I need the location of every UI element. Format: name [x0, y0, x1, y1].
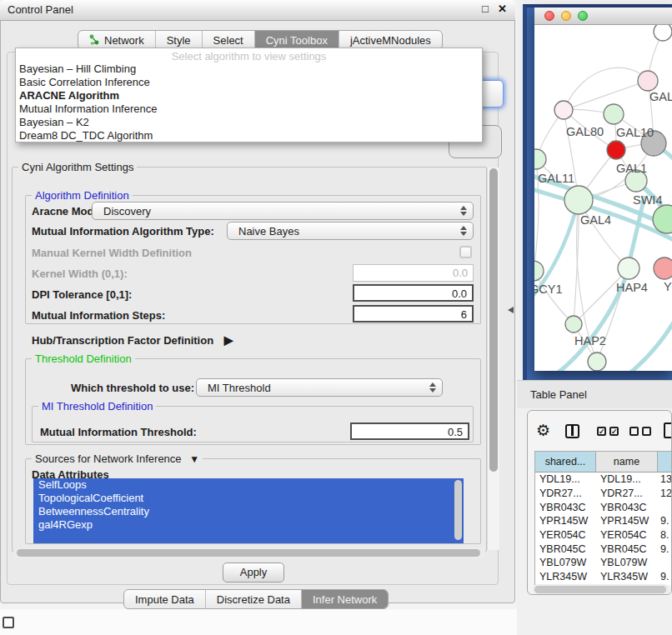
column-header[interactable]: name: [596, 452, 658, 472]
dpi-tolerance-label: DPI Tolerance [0,1]:: [32, 288, 132, 301]
which-threshold-label: Which threshold to use:: [71, 382, 194, 394]
node-label: GAL1: [616, 162, 647, 175]
network-window-titlebar: [534, 8, 672, 25]
tab-label: Discretize Data: [217, 593, 290, 606]
mouse-cursor: [508, 307, 514, 313]
node-table: shared... name A YDL19... YDL19... 13 YD…: [534, 451, 672, 585]
node[interactable]: [534, 149, 546, 169]
table-horizontal-scrollbar[interactable]: [533, 584, 669, 594]
tab-style[interactable]: Style: [156, 31, 203, 49]
column-header[interactable]: shared...: [535, 452, 596, 472]
gear-icon[interactable]: ⚙: [536, 421, 550, 440]
checked-box-icon[interactable]: ✓: [597, 427, 606, 436]
algorithm-option[interactable]: Basic Correlation Inference: [16, 76, 482, 89]
kernel-width-field[interactable]: 0.0: [353, 264, 474, 282]
algorithm-option[interactable]: Bayesian – Hill Climbing: [16, 62, 482, 76]
node-label: GAL10: [616, 126, 654, 139]
which-threshold-select[interactable]: MI Threshold: [196, 378, 443, 397]
scrollbar-thumb[interactable]: [534, 586, 666, 593]
node[interactable]: [607, 141, 625, 159]
mi-threshold-field[interactable]: 0.5: [350, 422, 469, 440]
tab-cyni-toolbox[interactable]: Cyni Toolbox: [255, 31, 339, 49]
table-row[interactable]: YLR345W YLR345W 9.: [535, 570, 672, 584]
traffic-light-zoom-icon[interactable]: [578, 11, 588, 21]
mi-type-select[interactable]: Naive Bayes: [227, 222, 474, 240]
node[interactable]: [654, 258, 672, 279]
table-row[interactable]: YPR145W YPR145W 9.: [535, 514, 672, 528]
hub-expander[interactable]: Hub/Transcription Factor Definition ▶: [32, 333, 233, 347]
column-layout-icon[interactable]: [565, 424, 579, 438]
bottom-tabs: Impute Data Discretize Data Infer Networ…: [123, 589, 389, 609]
node[interactable]: [604, 104, 624, 124]
table-row[interactable]: YBR043C YBR043C: [535, 500, 672, 514]
cell: YBR045C: [596, 543, 658, 555]
spinner-icon: [429, 382, 436, 392]
combo-value: Discovery: [103, 205, 151, 218]
tab-network[interactable]: Network: [78, 31, 156, 49]
scrollbar-thumb[interactable]: [17, 549, 480, 557]
node[interactable]: [654, 25, 672, 41]
node[interactable]: [564, 186, 593, 214]
sources-title: Sources for Network Inference: [35, 452, 182, 465]
node[interactable]: [618, 258, 639, 279]
control-panel-title: Control Panel: [8, 3, 73, 16]
group-title: Algorithm Definition: [32, 189, 133, 202]
network-canvas: GAL GAL80 GAL10 GAL1 GAL11 SWI4 GAL4 GCY…: [534, 25, 672, 371]
traffic-light-minimize-icon[interactable]: [561, 11, 571, 21]
attribute-item[interactable]: TopologicalCoefficient: [33, 492, 464, 505]
dpi-tolerance-field[interactable]: 0.0: [353, 284, 474, 302]
spinner-icon: [460, 226, 467, 236]
aracne-mode-select[interactable]: Discovery: [92, 202, 474, 220]
tab-jactivemnodules[interactable]: jActiveMNodules: [339, 31, 442, 49]
algorithm-option[interactable]: Mutual Information Inference: [16, 102, 482, 116]
node[interactable]: [638, 71, 658, 91]
checked-box-icon[interactable]: ✓: [609, 427, 619, 436]
node[interactable]: [534, 261, 544, 281]
mi-steps-field[interactable]: 6: [353, 305, 474, 322]
table-row[interactable]: YDR27... YDR27... 12: [535, 487, 672, 501]
table-row[interactable]: YDL19... YDL19... 13: [535, 472, 672, 487]
tab-impute-data[interactable]: Impute Data: [124, 590, 206, 608]
float-icon[interactable]: □: [482, 2, 489, 15]
node[interactable]: [554, 101, 573, 119]
cell: 8.: [658, 529, 672, 541]
scrollbar-thumb[interactable]: [489, 168, 498, 472]
unchecked-box-icon[interactable]: [629, 427, 639, 436]
tab-label: Infer Network: [313, 593, 377, 606]
table-row[interactable]: YER054C YER054C 8.: [535, 528, 672, 542]
traffic-light-close-icon[interactable]: [544, 11, 554, 21]
algorithm-option[interactable]: Dream8 DC_TDC Algorithm: [16, 129, 482, 142]
tab-discretize-data[interactable]: Discretize Data: [206, 590, 302, 608]
sources-expander[interactable]: Sources for Network Inference ▼: [32, 452, 203, 465]
node[interactable]: [565, 316, 582, 332]
node[interactable]: [588, 352, 606, 371]
attribute-item[interactable]: SelfLoops: [33, 478, 464, 492]
cell: YBL079W: [535, 557, 596, 568]
tab-infer-network[interactable]: Infer Network: [302, 590, 388, 608]
node-label: GAL11: [538, 172, 574, 185]
unchecked-box-icon[interactable]: [642, 427, 651, 436]
mi-threshold-label: Mutual Information Threshold:: [40, 426, 197, 438]
algorithm-option-selected[interactable]: ARACNE Algorithm: [16, 89, 482, 102]
column-header[interactable]: A: [658, 452, 672, 472]
tab-label: jActiveMNodules: [350, 34, 431, 47]
list-scrollbar[interactable]: [454, 480, 462, 540]
settings-vertical-scrollbar[interactable]: [487, 168, 499, 550]
table-icon[interactable]: [664, 422, 672, 438]
manual-kernel-checkbox[interactable]: [459, 246, 472, 258]
cell: YBR045C: [535, 543, 596, 555]
collapsed-panel-icon[interactable]: [3, 617, 14, 628]
expander-down-icon: ▼: [189, 453, 199, 465]
table-row[interactable]: YBR045C YBR045C 9.: [535, 542, 672, 556]
node-label: SWI4: [633, 193, 662, 207]
attribute-item[interactable]: BetweennessCentrality: [33, 505, 464, 518]
algorithm-option[interactable]: Bayesian – K2: [16, 116, 482, 129]
tab-select[interactable]: Select: [203, 31, 255, 49]
close-icon[interactable]: ✕: [498, 2, 507, 15]
apply-button[interactable]: Apply: [223, 562, 284, 582]
table-panel-title: Table Panel: [530, 388, 587, 401]
table-row[interactable]: YBL079W YBL079W: [535, 556, 672, 570]
settings-horizontal-scrollbar[interactable]: [13, 548, 485, 558]
cell: YDL19...: [535, 473, 596, 485]
attribute-item[interactable]: gal4RGexp: [33, 518, 464, 532]
